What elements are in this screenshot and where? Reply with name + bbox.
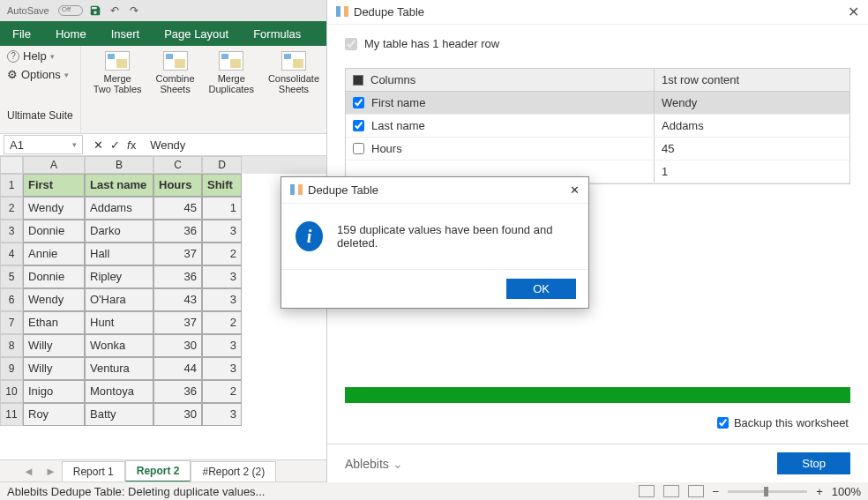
- cell[interactable]: Hunt: [85, 311, 153, 334]
- merge-duplicates-button[interactable]: MergeDuplicates: [204, 49, 259, 96]
- tab-home[interactable]: Home: [43, 21, 99, 46]
- cell[interactable]: Donnie: [23, 265, 85, 288]
- cell[interactable]: Ventura: [85, 357, 153, 380]
- row-header[interactable]: 10: [0, 380, 23, 403]
- tab-formulas[interactable]: Formulas: [241, 21, 313, 46]
- col-header-D[interactable]: D: [202, 156, 242, 174]
- ablebits-brand[interactable]: Ablebits: [345, 457, 403, 471]
- cell[interactable]: Willy: [23, 357, 85, 380]
- stop-button[interactable]: Stop: [777, 452, 850, 474]
- cell[interactable]: 2: [202, 311, 242, 334]
- cell[interactable]: 37: [153, 311, 202, 334]
- cell[interactable]: 3: [202, 265, 242, 288]
- cell[interactable]: Annie: [23, 243, 85, 265]
- cell[interactable]: 3: [202, 288, 242, 311]
- view-normal-icon[interactable]: [639, 485, 655, 497]
- zoom-level[interactable]: 100%: [832, 485, 861, 498]
- cell[interactable]: 2: [202, 380, 242, 403]
- select-all-columns-checkbox[interactable]: [353, 75, 363, 86]
- cell[interactable]: Roy: [23, 403, 85, 426]
- row-header[interactable]: 4: [0, 243, 23, 265]
- tab-file[interactable]: File: [0, 21, 43, 46]
- row-header[interactable]: 8: [0, 334, 23, 357]
- col-header-C[interactable]: C: [153, 156, 202, 174]
- cell[interactable]: 36: [153, 380, 202, 403]
- redo-icon[interactable]: ↷: [127, 4, 141, 18]
- sheet-tab-report1[interactable]: Report 1: [62, 461, 125, 481]
- row-header[interactable]: 11: [0, 403, 23, 426]
- cell[interactable]: Batty: [85, 403, 153, 426]
- cell[interactable]: 30: [153, 403, 202, 426]
- row-header[interactable]: 9: [0, 357, 23, 380]
- cell[interactable]: Inigo: [23, 380, 85, 403]
- name-box[interactable]: A1: [4, 135, 83, 154]
- cell[interactable]: 2: [202, 243, 242, 265]
- cell[interactable]: Addams: [85, 197, 153, 220]
- consolidate-sheets-button[interactable]: ConsolidateSheets: [263, 49, 325, 96]
- column-checkbox[interactable]: [353, 120, 364, 131]
- column-row[interactable]: Last nameAddams: [346, 115, 849, 138]
- select-all-corner[interactable]: [0, 156, 23, 174]
- cell[interactable]: 37: [153, 243, 202, 265]
- cell[interactable]: Willy: [23, 334, 85, 357]
- cell[interactable]: Darko: [85, 220, 153, 243]
- column-checkbox[interactable]: [353, 143, 364, 154]
- spreadsheet-grid[interactable]: A B C D 1 First name Last name Hours Shi…: [0, 156, 326, 456]
- cell[interactable]: Wendy: [23, 197, 85, 220]
- close-icon[interactable]: ✕: [848, 4, 859, 20]
- ok-button[interactable]: OK: [506, 279, 576, 299]
- tab-insert[interactable]: Insert: [99, 21, 153, 46]
- column-checkbox[interactable]: [353, 97, 364, 108]
- sheet-tab-report2-copy[interactable]: #Report 2 (2): [191, 461, 276, 481]
- save-icon[interactable]: [88, 4, 102, 18]
- col-header-A[interactable]: A: [23, 156, 85, 174]
- tab-pagelayout[interactable]: Page Layout: [152, 21, 241, 46]
- row-header[interactable]: 5: [0, 265, 23, 288]
- options-button[interactable]: ⚙Options▾: [7, 68, 73, 81]
- cell[interactable]: 3: [202, 403, 242, 426]
- col-header-B[interactable]: B: [85, 156, 153, 174]
- column-row[interactable]: Hours45: [346, 138, 849, 160]
- cell[interactable]: O'Hara: [85, 288, 153, 311]
- row-header[interactable]: 6: [0, 288, 23, 311]
- cell[interactable]: Hall: [85, 243, 153, 265]
- sheet-nav-prev-icon[interactable]: ◄: [18, 465, 40, 478]
- sheet-tab-report2[interactable]: Report 2: [125, 460, 191, 482]
- cell[interactable]: Ethan: [23, 311, 85, 334]
- row-header[interactable]: 3: [0, 220, 23, 243]
- column-row[interactable]: First nameWendy: [346, 92, 849, 115]
- cell[interactable]: 44: [153, 357, 202, 380]
- backup-checkbox[interactable]: Backup this worksheet: [717, 416, 849, 429]
- row-header[interactable]: 1: [0, 174, 23, 197]
- close-icon[interactable]: ✕: [570, 183, 580, 197]
- cell[interactable]: 30: [153, 334, 202, 357]
- cell[interactable]: Montoya: [85, 380, 153, 403]
- cell[interactable]: Wonka: [85, 334, 153, 357]
- fx-icon[interactable]: fx: [127, 138, 136, 152]
- cell[interactable]: 3: [202, 357, 242, 380]
- cell[interactable]: Wendy: [23, 288, 85, 311]
- cell[interactable]: 43: [153, 288, 202, 311]
- enter-icon[interactable]: ✓: [110, 138, 120, 152]
- zoom-slider[interactable]: [728, 490, 807, 493]
- sheet-nav-next-icon[interactable]: ►: [40, 465, 62, 478]
- autosave-toggle[interactable]: [58, 5, 83, 16]
- zoom-out-icon[interactable]: −: [713, 485, 720, 498]
- help-button[interactable]: ?Help▾: [7, 49, 73, 63]
- cell[interactable]: 3: [202, 334, 242, 357]
- row-header[interactable]: 2: [0, 197, 23, 220]
- cell[interactable]: 36: [153, 220, 202, 243]
- cell[interactable]: 36: [153, 265, 202, 288]
- header-row-checkbox[interactable]: My table has 1 header row: [345, 37, 850, 50]
- zoom-in-icon[interactable]: +: [816, 485, 823, 498]
- cancel-icon[interactable]: ✕: [94, 138, 103, 152]
- undo-icon[interactable]: ↶: [108, 4, 122, 18]
- cell[interactable]: Ripley: [85, 265, 153, 288]
- cell[interactable]: 3: [202, 220, 242, 243]
- view-page-layout-icon[interactable]: [663, 485, 679, 497]
- merge-two-tables-button[interactable]: MergeTwo Tables: [88, 49, 147, 96]
- view-page-break-icon[interactable]: [688, 485, 704, 497]
- cell[interactable]: 1: [202, 197, 242, 220]
- cell[interactable]: 45: [153, 197, 202, 220]
- combine-sheets-button[interactable]: CombineSheets: [151, 49, 200, 96]
